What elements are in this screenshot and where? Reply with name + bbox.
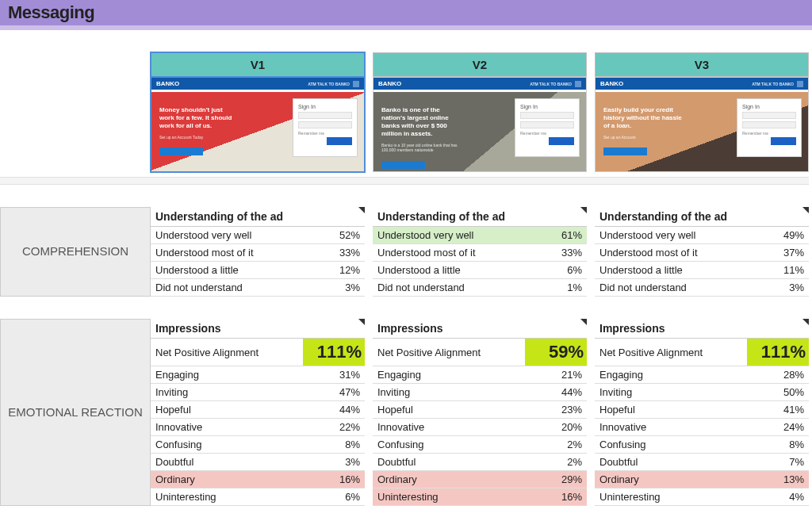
metric-label: Engaging	[155, 369, 322, 381]
metric-row: Understood most of it33%	[373, 244, 587, 262]
metric-value: 2%	[544, 456, 582, 468]
cta-button	[603, 147, 647, 155]
metric-label: Understood very well	[377, 229, 544, 241]
metric-label: Did not understand	[155, 282, 322, 293]
section-header: Understanding of the ad	[151, 207, 365, 227]
metric-value: 20%	[544, 421, 582, 433]
metric-row: Engaging28%	[595, 366, 809, 384]
metric-label: Innovative	[155, 421, 322, 433]
metric-value: 50%	[766, 386, 804, 398]
metric-row: Understood very well61%	[373, 227, 587, 244]
thumbnail-v3[interactable]: BANKO ATM TALK TO BANKO Easily build you…	[595, 77, 809, 172]
metric-row: Understood most of it37%	[595, 244, 809, 262]
metric-value: 28%	[766, 369, 804, 381]
metric-value: 33%	[322, 247, 360, 259]
variant-header-v3[interactable]: V3	[595, 52, 809, 77]
metric-value: 8%	[766, 439, 804, 450]
npa-value: 59%	[525, 339, 587, 366]
metric-row: Engaging21%	[373, 366, 587, 384]
metric-label: Uninteresting	[599, 491, 766, 503]
metric-value: 44%	[322, 404, 360, 416]
metric-label: Did not understand	[377, 282, 544, 293]
metric-label: Inviting	[599, 386, 766, 398]
metric-row: Did not understand3%	[595, 279, 809, 297]
metric-value: 2%	[544, 439, 582, 450]
metric-label: Hopeful	[155, 404, 322, 416]
metric-value: 13%	[766, 473, 804, 485]
section-header: Impressions	[151, 319, 365, 339]
cta-button	[381, 161, 425, 169]
signin-card: Sign In Remember me	[737, 98, 802, 157]
metric-label: Understood a little	[377, 264, 544, 276]
metric-value: 23%	[544, 404, 582, 416]
signin-card: Sign In Remember me	[293, 98, 358, 157]
metric-label: Confusing	[377, 439, 544, 450]
metric-label: Confusing	[599, 439, 766, 450]
metric-row: Did not understand3%	[151, 279, 365, 297]
metric-value: 6%	[544, 264, 582, 276]
npa-value: 111%	[747, 339, 809, 366]
comparison-grid: V1 V2 V3 BANKO ATM TALK TO BANKO Money s…	[0, 52, 812, 506]
metric-label: Inviting	[377, 386, 544, 398]
metric-value: 37%	[766, 247, 804, 259]
nav-text: ATM TALK TO BANKO	[308, 81, 359, 87]
metric-value: 22%	[322, 421, 360, 433]
metric-row: Understood very well49%	[595, 227, 809, 244]
metric-row: Uninteresting6%	[151, 488, 365, 506]
metric-label: Uninteresting	[377, 491, 544, 503]
metric-value: 29%	[544, 473, 582, 485]
metric-row: Doubtful2%	[373, 454, 587, 471]
metric-row: Uninteresting4%	[595, 488, 809, 506]
metric-row: Inviting47%	[151, 384, 365, 401]
metric-row: Understood most of it33%	[151, 244, 365, 262]
metric-value: 61%	[544, 229, 582, 241]
metric-row: Inviting44%	[373, 384, 587, 401]
metric-row: Doubtful3%	[151, 454, 365, 471]
variant-header-v1[interactable]: V1	[151, 52, 365, 77]
thumbnail-v1[interactable]: BANKO ATM TALK TO BANKO Money shouldn't …	[151, 77, 365, 172]
metric-row: Understood a little6%	[373, 262, 587, 279]
metric-label: Engaging	[599, 369, 766, 381]
metric-row: Ordinary16%	[151, 471, 365, 488]
metric-value: 16%	[544, 491, 582, 503]
metric-value: 12%	[322, 264, 360, 276]
metric-label: Doubtful	[599, 456, 766, 468]
row-label-emotional: EMOTIONAL REACTION	[0, 319, 151, 506]
metric-label: Understood very well	[599, 229, 766, 241]
metric-label: Ordinary	[155, 473, 322, 485]
metric-value: 47%	[322, 386, 360, 398]
metric-value: 3%	[766, 282, 804, 293]
variant-header-v2[interactable]: V2	[373, 52, 587, 77]
metric-row: Did not understand1%	[373, 279, 587, 297]
metric-value: 8%	[322, 439, 360, 450]
npa-row: Net Positive Alignment59%	[373, 339, 587, 366]
metric-row: Hopeful23%	[373, 401, 587, 419]
metric-label: Understood most of it	[599, 247, 766, 259]
metric-value: 3%	[322, 282, 360, 293]
metric-row: Innovative22%	[151, 419, 365, 436]
metric-label: Engaging	[377, 369, 544, 381]
metric-label: Understood most of it	[377, 247, 544, 259]
metric-value: 24%	[766, 421, 804, 433]
metric-row: Confusing8%	[151, 436, 365, 454]
metric-label: Understood most of it	[155, 247, 322, 259]
metric-row: Innovative20%	[373, 419, 587, 436]
metric-row: Understood a little11%	[595, 262, 809, 279]
hero-tagline: Easily build your credit history without…	[596, 92, 683, 171]
metric-label: Uninteresting	[155, 491, 322, 503]
section-header: Impressions	[595, 319, 809, 339]
metric-label: Innovative	[377, 421, 544, 433]
metric-row: Ordinary13%	[595, 471, 809, 488]
metric-label: Understood very well	[155, 229, 322, 241]
section-header: Understanding of the ad	[595, 207, 809, 227]
thumbnail-v2[interactable]: BANKO ATM TALK TO BANKO Banko is one of …	[373, 77, 587, 172]
hero-tagline: Banko is one of the nation's largest onl…	[373, 92, 461, 171]
metric-row: Confusing2%	[373, 436, 587, 454]
metric-value: 11%	[766, 264, 804, 276]
metric-label: Hopeful	[377, 404, 544, 416]
metric-label: Doubtful	[155, 456, 322, 468]
metric-value: 6%	[322, 491, 360, 503]
metric-value: 31%	[322, 369, 360, 381]
section-header: Understanding of the ad	[373, 207, 587, 227]
cta-button	[159, 147, 203, 155]
